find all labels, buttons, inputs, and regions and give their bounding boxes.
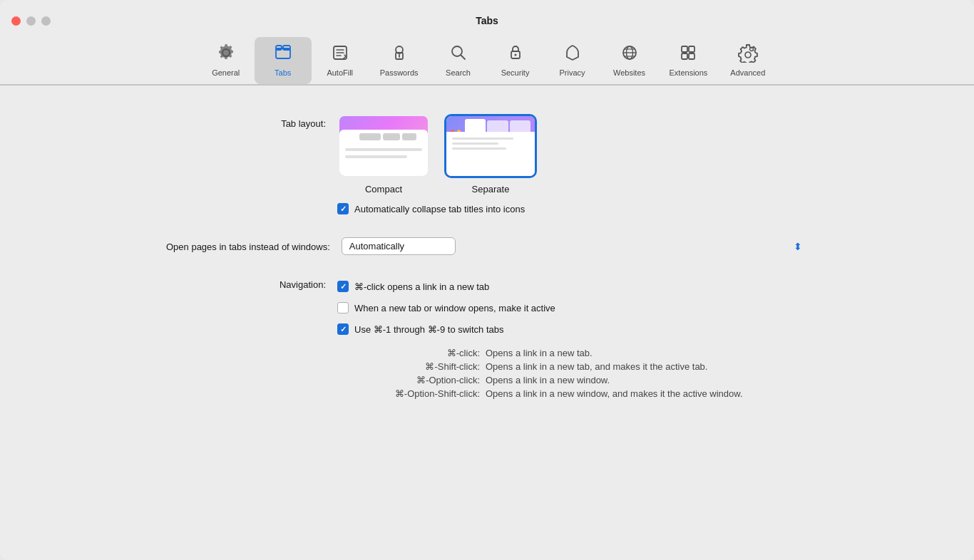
toolbar-item-passwords[interactable]: Passwords — [369, 37, 430, 84]
settings-section: Tab layout: — [166, 114, 808, 399]
tabs-label: Tabs — [275, 68, 291, 77]
tab-layout-options: Compact — [337, 114, 808, 195]
window-title: Tabs — [476, 15, 498, 26]
svg-point-23 — [745, 52, 751, 58]
open-pages-select-wrapper: Never Automatically Always ⬍ — [342, 237, 808, 255]
separate-preview[interactable] — [444, 114, 537, 178]
svg-rect-22 — [689, 53, 694, 59]
toolbar-item-websites[interactable]: Websites — [601, 37, 658, 84]
shortcut-desc-1: Opens a link in a new tab, and makes it … — [486, 361, 707, 372]
svg-point-13 — [514, 54, 516, 56]
advanced-icon — [738, 43, 758, 66]
navigation-content: ✓ ⌘-click opens a link in a new tab When… — [337, 278, 808, 399]
compact-tabs — [354, 133, 422, 140]
open-pages-select[interactable]: Never Automatically Always — [342, 237, 456, 255]
cmd-click-checkbox[interactable]: ✓ — [337, 281, 349, 292]
compact-layout-option[interactable]: Compact — [337, 114, 430, 195]
auto-collapse-checkbox[interactable]: ✓ — [337, 203, 349, 214]
content-area: Tab layout: — [0, 85, 974, 560]
privacy-label: Privacy — [559, 68, 585, 77]
compact-label: Compact — [365, 184, 402, 195]
websites-icon — [620, 43, 640, 66]
maximize-button[interactable] — [41, 16, 51, 26]
shortcut-row-3: ⌘-Option-Shift-click: Opens a link in a … — [337, 388, 808, 399]
new-tab-active-row: When a new tab or window opens, make it … — [337, 302, 808, 313]
autofill-label: AutoFill — [327, 68, 353, 77]
svg-rect-19 — [682, 46, 687, 52]
new-tab-active-label: When a new tab or window opens, make it … — [354, 303, 555, 313]
compact-content-line — [345, 148, 422, 151]
compact-titlebar — [339, 130, 428, 144]
toolbar-item-privacy[interactable]: Privacy — [544, 37, 601, 84]
shortcut-key-1: ⌘-Shift-click: — [337, 361, 480, 372]
shortcut-row-1: ⌘-Shift-click: Opens a link in a new tab… — [337, 361, 808, 372]
passwords-label: Passwords — [380, 68, 419, 77]
toolbar-item-search[interactable]: Search — [430, 37, 487, 84]
advanced-label: Advanced — [730, 68, 765, 77]
cmd-click-check-icon: ✓ — [340, 283, 347, 291]
sep-tab-1 — [465, 119, 486, 133]
general-icon — [216, 43, 236, 66]
separate-layout-option[interactable]: Separate — [444, 114, 537, 195]
close-button[interactable] — [11, 16, 21, 26]
navigation-label: Navigation: — [166, 278, 337, 290]
separate-preview-bg — [446, 116, 535, 176]
toolbar-item-extensions[interactable]: Extensions — [658, 37, 719, 84]
shortcut-key-3: ⌘-Option-Shift-click: — [337, 388, 480, 399]
main-window: Tabs General Tabs — [0, 0, 974, 560]
security-label: Security — [501, 68, 530, 77]
tab-layout-label: Tab layout: — [166, 114, 337, 129]
preview-tab-2 — [383, 133, 400, 140]
general-label: General — [212, 68, 240, 77]
navigation-section: Navigation: ✓ ⌘-click opens a link in a … — [166, 278, 808, 399]
search-label: Search — [446, 68, 471, 77]
cmd-number-check-icon: ✓ — [340, 326, 347, 333]
extensions-icon — [678, 43, 698, 66]
open-pages-row: Open pages in tabs instead of windows: N… — [166, 237, 808, 255]
open-pages-label: Open pages in tabs instead of windows: — [166, 237, 342, 252]
svg-rect-20 — [689, 46, 694, 52]
cmd-number-label: Use ⌘-1 through ⌘-9 to switch tabs — [354, 324, 504, 335]
shortcut-desc-0: Opens a link in a new tab. — [486, 348, 593, 358]
shortcut-row-0: ⌘-click: Opens a link in a new tab. — [337, 348, 808, 358]
security-icon — [506, 43, 526, 66]
svg-rect-1 — [276, 46, 282, 50]
shortcut-key-2: ⌘-Option-click: — [337, 375, 480, 385]
svg-rect-21 — [682, 53, 687, 59]
compact-preview-inner — [339, 130, 428, 176]
separate-preview-inner — [446, 132, 535, 176]
compact-preview[interactable] — [337, 114, 430, 178]
svg-line-11 — [461, 56, 465, 60]
open-pages-content: Never Automatically Always ⬍ — [342, 237, 808, 255]
passwords-icon — [389, 43, 409, 66]
toolbar-item-security[interactable]: Security — [487, 37, 544, 84]
toolbar-item-autofill[interactable]: AutoFill — [312, 37, 369, 84]
privacy-icon — [563, 43, 583, 66]
separate-tabbar — [446, 116, 535, 133]
toolbar-item-advanced[interactable]: Advanced — [719, 37, 776, 84]
autofill-icon — [330, 43, 350, 66]
select-arrow-icon: ⬍ — [794, 241, 802, 252]
cmd-click-row: ✓ ⌘-click opens a link in a new tab — [337, 281, 808, 292]
shortcut-info: ⌘-click: Opens a link in a new tab. ⌘-Sh… — [337, 348, 808, 399]
toolbar-item-tabs[interactable]: Tabs — [255, 37, 312, 84]
search-icon — [448, 43, 468, 66]
compact-content-line2 — [345, 155, 407, 158]
checkbox-check-icon: ✓ — [340, 205, 347, 213]
cmd-number-checkbox[interactable]: ✓ — [337, 323, 349, 335]
preview-tab-1 — [359, 133, 381, 140]
separate-label: Separate — [472, 184, 510, 195]
toolbar: General Tabs — [0, 31, 974, 85]
separate-content — [446, 132, 535, 158]
toolbar-item-general[interactable]: General — [198, 37, 255, 84]
preview-tab-3 — [402, 133, 416, 140]
minimize-button[interactable] — [26, 16, 36, 26]
cmd-number-row: ✓ Use ⌘-1 through ⌘-9 to switch tabs — [337, 323, 808, 335]
traffic-lights — [11, 16, 51, 26]
shortcut-key-0: ⌘-click: — [337, 348, 480, 358]
sep-line-3 — [452, 147, 506, 150]
extensions-label: Extensions — [670, 68, 708, 77]
tab-layout-row: Tab layout: — [166, 114, 808, 214]
new-tab-active-checkbox[interactable] — [337, 302, 349, 313]
auto-collapse-label: Automatically collapse tab titles into i… — [354, 204, 525, 214]
